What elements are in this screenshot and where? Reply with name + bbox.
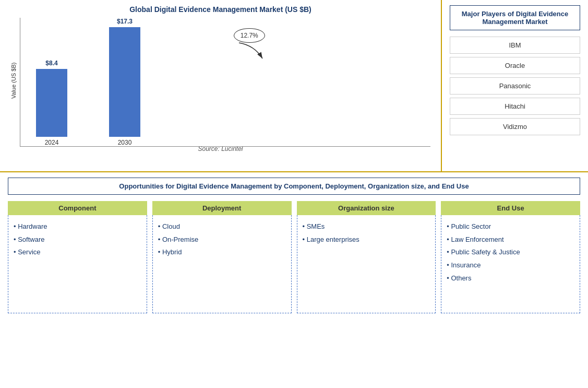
category-col-deployment: Deployment Cloud On-Premise Hybrid bbox=[152, 201, 292, 313]
bar-group-2024: $8.4 2024 bbox=[36, 60, 67, 146]
list-item: Service bbox=[14, 246, 141, 259]
player-ibm: IBM bbox=[450, 37, 580, 54]
category-header-end-use: End Use bbox=[441, 201, 580, 215]
list-item: Hardware bbox=[14, 220, 141, 233]
list-item: SMEs bbox=[303, 220, 430, 233]
chart-inner: 12.7% bbox=[20, 18, 430, 143]
category-content-end-use: Public Sector Law Enforcement Public Saf… bbox=[441, 215, 580, 313]
category-header-org-size: Organization size bbox=[297, 201, 436, 215]
category-header-deployment: Deployment bbox=[152, 201, 292, 215]
list-item: Software bbox=[14, 233, 141, 246]
list-item: Public Safety & Justice bbox=[447, 246, 574, 259]
list-item: On-Premise bbox=[158, 233, 286, 246]
category-content-deployment: Cloud On-Premise Hybrid bbox=[152, 215, 292, 313]
chart-area: Global Digital Evidence Management Marke… bbox=[0, 0, 442, 171]
bottom-section: Opportunities for Digital Evidence Manag… bbox=[0, 172, 588, 388]
bars-container: 12.7% bbox=[20, 18, 430, 147]
list-item: Law Enforcement bbox=[447, 233, 574, 246]
top-section: Global Digital Evidence Management Marke… bbox=[0, 0, 588, 172]
opportunities-title: Opportunities for Digital Evidence Manag… bbox=[8, 178, 580, 195]
players-panel: Major Players of Digital Evidence Manage… bbox=[442, 0, 588, 171]
bar-value-2024: $8.4 bbox=[45, 60, 57, 67]
main-container: Global Digital Evidence Management Marke… bbox=[0, 0, 588, 388]
bar-2024 bbox=[36, 69, 67, 137]
y-axis-label: Value (US $B) bbox=[10, 18, 17, 143]
category-col-component: Component Hardware Software Service bbox=[8, 201, 147, 313]
chart-title: Global Digital Evidence Management Marke… bbox=[10, 5, 430, 14]
category-content-component: Hardware Software Service bbox=[8, 215, 147, 313]
category-content-org-size: SMEs Large enterprises bbox=[297, 215, 436, 313]
bar-label-2024: 2024 bbox=[45, 139, 59, 146]
bar-value-2030: $17.3 bbox=[117, 18, 133, 25]
categories-row: Component Hardware Software Service Depl… bbox=[8, 201, 580, 313]
player-vidizmo: Vidizmo bbox=[450, 118, 580, 135]
list-item: Large enterprises bbox=[303, 233, 430, 246]
category-col-org-size: Organization size SMEs Large enterprises bbox=[297, 201, 436, 313]
list-item: Public Sector bbox=[447, 220, 574, 233]
players-title: Major Players of Digital Evidence Manage… bbox=[450, 5, 580, 30]
list-item: Hybrid bbox=[158, 246, 286, 259]
bar-group-2030: $17.3 2030 bbox=[109, 18, 140, 146]
category-col-end-use: End Use Public Sector Law Enforcement Pu… bbox=[441, 201, 580, 313]
player-oracle: Oracle bbox=[450, 57, 580, 74]
cagr-annotation: 12.7% bbox=[234, 28, 265, 61]
player-panasonic: Panasonic bbox=[450, 77, 580, 95]
player-hitachi: Hitachi bbox=[450, 98, 580, 115]
list-item: Insurance bbox=[447, 259, 574, 272]
bar-label-2030: 2030 bbox=[118, 139, 132, 146]
list-item: Others bbox=[447, 272, 574, 285]
chart-wrapper: Value (US $B) 12.7% bbox=[10, 18, 430, 143]
category-header-component: Component bbox=[8, 201, 147, 215]
list-item: Cloud bbox=[158, 220, 286, 233]
bar-2030 bbox=[109, 27, 140, 137]
